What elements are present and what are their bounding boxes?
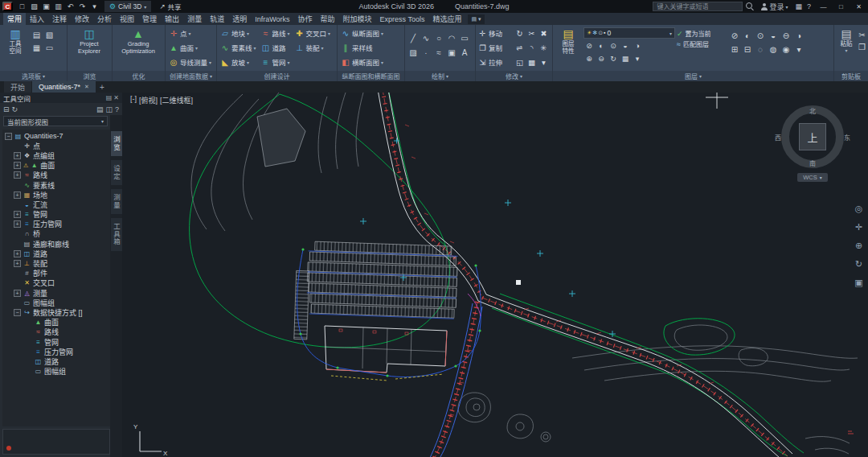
ribbon-tab[interactable]: 插入: [26, 13, 48, 25]
tree-item[interactable]: ∿ 要素线: [2, 180, 110, 190]
toolspace-header[interactable]: 工具空间 ▤✕: [0, 93, 122, 103]
layer-off-icon[interactable]: ⊘: [583, 40, 595, 51]
corridor-button[interactable]: ◫道路: [260, 40, 292, 55]
layer-delete-icon[interactable]: ⊖: [596, 53, 607, 64]
command-line-icon[interactable]: ▭: [43, 42, 55, 54]
layer-tool-icon[interactable]: ▾: [792, 43, 805, 56]
tree-item[interactable]: ◫ 道路: [2, 356, 110, 366]
tree-item[interactable]: ▭ 图幅组: [2, 298, 110, 307]
tree-expander[interactable]: [25, 339, 32, 346]
toolspace-button[interactable]: ▥ 工具空间: [2, 26, 29, 70]
ribbon-tab[interactable]: 透明: [228, 13, 251, 25]
ribbon-tab[interactable]: 精选应用: [428, 13, 465, 25]
tree-expander[interactable]: [14, 182, 21, 189]
intersection-button[interactable]: ✚交叉口▾: [293, 26, 333, 40]
tree-expander[interactable]: [14, 142, 21, 150]
paste-button[interactable]: ▤ 粘贴 ▾: [836, 26, 857, 70]
layer-tool-icon[interactable]: ◉: [780, 43, 792, 56]
undo-icon[interactable]: ↶: [64, 0, 76, 13]
region-icon[interactable]: ▣: [445, 45, 458, 60]
ribbon-tab[interactable]: 注释: [48, 13, 71, 25]
palette-close-icon[interactable]: ✕: [113, 94, 119, 101]
arc-icon[interactable]: ◠: [445, 31, 458, 45]
pipe-network-button[interactable]: ≡管网▾: [260, 55, 292, 69]
layer-tool-icon[interactable]: ◌: [754, 43, 767, 56]
drawing-area[interactable]: [-] [俯视] [二维线框]: [122, 93, 868, 457]
layer-merge-icon[interactable]: ▦: [620, 53, 631, 64]
viewcube[interactable]: 北 南 西 东 上 WCS▾: [780, 105, 845, 183]
traverse-button[interactable]: ◎导线测量▾: [167, 55, 213, 69]
tree-expander[interactable]: [14, 241, 21, 248]
open-file-icon[interactable]: ▨: [28, 0, 40, 13]
tree-item[interactable]: ▭ 图幅组: [2, 367, 110, 377]
tree-expander[interactable]: [14, 279, 21, 286]
tree-item[interactable]: − ↪ 数据快捷方式 []: [2, 307, 110, 317]
panel-label[interactable]: 创建地面数据▾: [166, 71, 216, 81]
close-button[interactable]: ✕: [851, 0, 866, 13]
tree-item[interactable]: ▤ 通廊和廊线: [2, 239, 110, 249]
tree-expander[interactable]: [25, 319, 32, 326]
tree-item[interactable]: ◒ 汇流: [2, 200, 110, 209]
layer-prev-icon[interactable]: ↻: [608, 53, 619, 64]
viewcube-north[interactable]: 北: [781, 106, 844, 115]
sample-lines-button[interactable]: ∥采样线: [339, 40, 385, 55]
viewport-menu-control[interactable]: [-]: [130, 95, 137, 105]
mirror-button[interactable]: ⇌: [514, 40, 526, 55]
layer-unisolate-icon[interactable]: ◑: [632, 40, 643, 51]
viewcube-west[interactable]: 西: [775, 133, 781, 142]
orbit-icon[interactable]: ↻: [852, 257, 866, 270]
new-file-icon[interactable]: □: [16, 0, 28, 13]
tree-expander[interactable]: [25, 368, 32, 375]
tree-item[interactable]: ≈ 路线: [2, 327, 110, 337]
polyline-icon[interactable]: ∿: [420, 31, 432, 45]
hatch-icon[interactable]: ▨: [407, 45, 420, 60]
plot-icon[interactable]: ▥: [52, 0, 64, 13]
layer-tool-icon[interactable]: ⊙: [754, 29, 767, 43]
preview-ic on-icon[interactable]: ◫: [105, 105, 113, 113]
grading-optimization-button[interactable]: ▲ GradingOptimization: [114, 26, 162, 70]
viewcube-east[interactable]: 东: [844, 133, 850, 142]
tree-expander[interactable]: −: [14, 309, 21, 316]
explode-button[interactable]: ✳: [538, 40, 551, 55]
properties-palette-icon[interactable]: ▤: [31, 29, 43, 41]
tree-item[interactable]: # 部件: [2, 269, 110, 278]
toolspace-help-icon[interactable]: ?: [115, 105, 119, 113]
ribbon-tab[interactable]: 输出: [161, 13, 183, 25]
layer-tool-icon[interactable]: ◒: [767, 29, 780, 43]
tree-item[interactable]: ✛ 点: [2, 141, 110, 150]
ribbon-tab[interactable]: 测量: [183, 13, 206, 25]
tree-expander[interactable]: [14, 230, 21, 237]
layer-more-icon[interactable]: ▾: [632, 53, 643, 64]
modify-more-button[interactable]: ▾: [538, 55, 551, 69]
viewcube-top-face[interactable]: 上: [799, 123, 826, 150]
maximize-button[interactable]: □: [833, 0, 849, 13]
ribbon-tab[interactable]: 附加模块: [339, 13, 376, 25]
tree-expander[interactable]: [25, 358, 32, 365]
ribbon-display-toggle[interactable]: ▤▾: [468, 14, 484, 24]
panel-label[interactable]: 优化: [113, 71, 165, 81]
tree-item[interactable]: + ◬ 测量: [2, 288, 110, 298]
tree-item[interactable]: + ▦ 场地: [2, 190, 110, 200]
panorama-icon[interactable]: ▤: [96, 105, 104, 113]
point-icon[interactable]: ∙: [420, 45, 432, 60]
layer-tool-icon[interactable]: ◐: [741, 29, 754, 43]
layer-thaw-icon[interactable]: ⊕: [583, 53, 595, 64]
ribbon-tab[interactable]: 视图: [116, 13, 138, 25]
layer-isolate-icon[interactable]: ◐: [596, 40, 607, 51]
profile-view-button[interactable]: ∿纵断面图▾: [339, 26, 385, 40]
ribbon-tab[interactable]: 帮助: [317, 13, 339, 25]
tree-item[interactable]: ≡ 管网: [2, 337, 110, 347]
tree-item[interactable]: + ⚠ ▲ 曲面: [2, 161, 110, 171]
toolspace-side-tab[interactable]: 测量: [111, 189, 122, 214]
ribbon-tab[interactable]: 常用: [3, 13, 26, 25]
tree-expander[interactable]: −: [5, 133, 12, 140]
tree-expander[interactable]: [25, 348, 32, 356]
panel-label[interactable]: 浏览: [68, 71, 112, 81]
layer-tool-icon[interactable]: ⊖: [780, 29, 792, 43]
points-button[interactable]: ✛点▾: [167, 26, 213, 40]
tree-expander[interactable]: +: [14, 290, 21, 297]
layer-lock-tool-icon[interactable]: ⊙: [608, 40, 619, 51]
grading-button[interactable]: ◣放坡▾: [219, 55, 258, 69]
tree-item[interactable]: + ⊥ 装配: [2, 258, 110, 268]
tree-expander[interactable]: [14, 270, 21, 277]
